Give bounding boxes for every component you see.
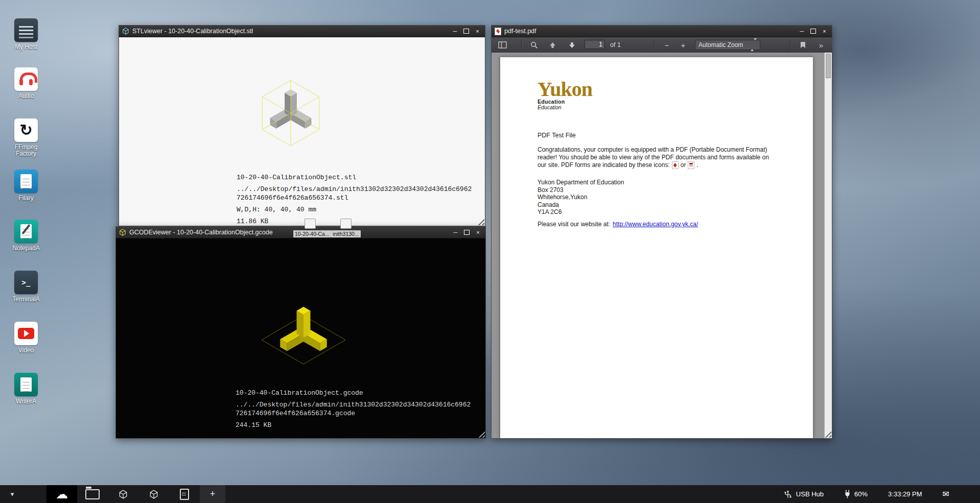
bookmark-button[interactable] xyxy=(796,38,809,52)
taskbar-cloud-button[interactable]: ☁ xyxy=(46,485,77,503)
page-number-input[interactable] xyxy=(585,40,605,49)
yukon-logo-sub2: Éducation xyxy=(538,105,592,110)
usb-tray-item[interactable]: USB Hub xyxy=(783,490,824,498)
desktop-icon-label: TerminalA xyxy=(9,296,43,303)
desktop-icon-writera[interactable]: WriterA xyxy=(9,373,43,405)
cube-icon xyxy=(149,490,158,499)
taskbar-menu-button[interactable]: ▾ xyxy=(0,485,25,503)
gcode-model-render xyxy=(255,290,352,378)
window-title: GCODEviewer - 10-20-40-CalibrationObject… xyxy=(129,229,448,236)
desktop-file[interactable]: 10-20-40-Ca... xyxy=(293,219,327,238)
pdf-doc-paragraph: Congratulations, your computer is equipp… xyxy=(538,146,782,169)
desktop-icon-terminala[interactable]: >_ TerminalA xyxy=(9,271,43,303)
next-page-button[interactable] xyxy=(565,38,578,52)
bounding-box-wireframe xyxy=(262,80,319,146)
maximize-icon xyxy=(810,29,816,34)
desktop-icon-video[interactable]: Video xyxy=(9,322,43,354)
file-icon xyxy=(340,219,352,229)
desktop-icon-label: My Host xyxy=(9,44,43,51)
bookmark-icon xyxy=(800,41,806,49)
stl-3d-viewport[interactable]: 10-20-40-CalibrationObject.stl ../../Des… xyxy=(119,37,485,226)
stl-dimensions: W,D,H: 40, 40, 40 mm xyxy=(237,205,473,214)
close-button[interactable]: × xyxy=(820,28,829,35)
gcode-file-size: 244.15 KB xyxy=(236,421,472,429)
toolbar-expand-button[interactable]: » xyxy=(814,38,828,52)
maximize-icon xyxy=(463,29,469,34)
find-button[interactable] xyxy=(527,38,541,52)
battery-label: 60% xyxy=(854,490,868,498)
mail-tray-item[interactable]: ✉ xyxy=(943,490,949,498)
pdf-file-icon xyxy=(180,489,189,500)
gcode-toolpath-model xyxy=(280,307,327,351)
gcode-file-name: 10-20-40-CalibrationObject.gcode xyxy=(236,389,472,397)
cube-icon xyxy=(119,490,128,499)
stlviewer-window: STLviewer - 10-20-40-CalibrationObject.s… xyxy=(119,25,485,226)
paragraph-line: Congratulations, your computer is equipp… xyxy=(538,146,782,154)
website-label: Please visit our website at: xyxy=(538,221,610,228)
battery-tray-item[interactable]: 60% xyxy=(844,490,868,498)
writer-icon xyxy=(14,373,38,396)
power-plug-icon xyxy=(844,490,851,498)
desktop-icon-label: Audio xyxy=(9,93,43,100)
maximize-button[interactable] xyxy=(809,28,818,35)
taskbar-pdf-button[interactable] xyxy=(169,485,200,503)
gcode-file-path: ../../Desktop/files/admin/inith31302d323… xyxy=(236,400,472,418)
desktop-icon-audio[interactable]: Audio xyxy=(9,67,43,100)
sidebar-icon xyxy=(498,41,507,49)
clock[interactable]: 3:33:29 PM xyxy=(888,490,922,498)
pdf-doc-heading: PDF Test File xyxy=(538,132,576,139)
minimize-button[interactable]: ─ xyxy=(451,229,460,236)
plus-icon: + xyxy=(210,489,216,499)
computer-icon xyxy=(14,18,38,42)
zoom-select[interactable]: Automatic Zoom xyxy=(695,40,760,50)
paragraph-line: reader! You should be able to view any o… xyxy=(538,154,782,161)
taskbar-gcodeviewer-button[interactable] xyxy=(138,485,169,503)
address-line: Y1A 2C6 xyxy=(538,208,624,216)
desktop-file[interactable]: inith3130... xyxy=(329,219,363,238)
pdf-scrollbar[interactable] xyxy=(824,53,832,438)
search-icon xyxy=(530,41,538,49)
desktop-icon-filary[interactable]: Filary xyxy=(9,170,43,202)
minimize-button[interactable]: ─ xyxy=(798,28,806,35)
desktop-icon-ffmpeg-factory[interactable]: ↻ FFmpeg Factory xyxy=(9,118,43,157)
chevron-down-icon: ▾ xyxy=(11,490,14,498)
desktop-icon-label: NotepadA xyxy=(9,245,43,252)
address-line: Yukon Department of Education xyxy=(538,179,624,186)
gcodeviewer-window: GCODEviewer - 10-20-40-CalibrationObject… xyxy=(115,226,486,439)
gcode-file-info: 10-20-40-CalibrationObject.gcode ../../D… xyxy=(236,389,472,429)
cloud-icon: ☁ xyxy=(56,488,68,500)
pdf-website-line: Please visit our website at:http://www.e… xyxy=(538,221,698,228)
resize-grip[interactable] xyxy=(476,217,484,225)
pdf-titlebar[interactable]: pdf-test.pdf ─ × xyxy=(492,26,832,37)
close-button[interactable]: × xyxy=(474,229,482,236)
folder-icon xyxy=(85,489,100,499)
scrollbar-thumb[interactable] xyxy=(826,54,831,78)
zoom-out-button[interactable]: − xyxy=(660,38,673,52)
minimize-button[interactable]: ─ xyxy=(451,28,459,35)
zoom-select-value: Automatic Zoom xyxy=(698,41,749,49)
pdf-content-area: Yukon Education Éducation PDF Test File … xyxy=(492,53,832,438)
maximize-button[interactable] xyxy=(462,229,471,236)
toggle-sidebar-button[interactable] xyxy=(496,38,509,52)
stlviewer-titlebar[interactable]: STLviewer - 10-20-40-CalibrationObject.s… xyxy=(119,26,485,37)
desktop-icon-notepada[interactable]: NotepadA xyxy=(9,220,43,252)
taskbar-stlviewer-button[interactable] xyxy=(108,485,138,503)
gcode-3d-viewport[interactable]: 10-20-40-CalibrationObject.gcode ../../D… xyxy=(116,238,485,438)
taskbar-new-button[interactable]: + xyxy=(200,485,225,503)
headphones-icon xyxy=(14,67,38,91)
website-link[interactable]: http://www.education.gov.yk.ca/ xyxy=(613,221,698,228)
arrow-down-icon xyxy=(569,42,575,49)
stlviewer-app-icon xyxy=(122,28,129,35)
close-button[interactable]: × xyxy=(473,28,482,35)
zoom-in-button[interactable]: + xyxy=(676,38,690,52)
maximize-button[interactable] xyxy=(462,28,471,35)
taskbar-folder-button[interactable] xyxy=(77,485,108,503)
notepad-icon xyxy=(14,220,38,243)
resize-grip[interactable] xyxy=(476,429,485,438)
desktop-icon-my-host[interactable]: My Host xyxy=(9,18,43,51)
file-manager-icon xyxy=(14,170,38,193)
pdf-address-block: Yukon Department of Education Box 2703 W… xyxy=(538,179,624,216)
window-title: STLviewer - 10-20-40-CalibrationObject.s… xyxy=(132,28,448,35)
previous-page-button[interactable] xyxy=(546,38,559,52)
usb-label: USB Hub xyxy=(796,490,824,498)
